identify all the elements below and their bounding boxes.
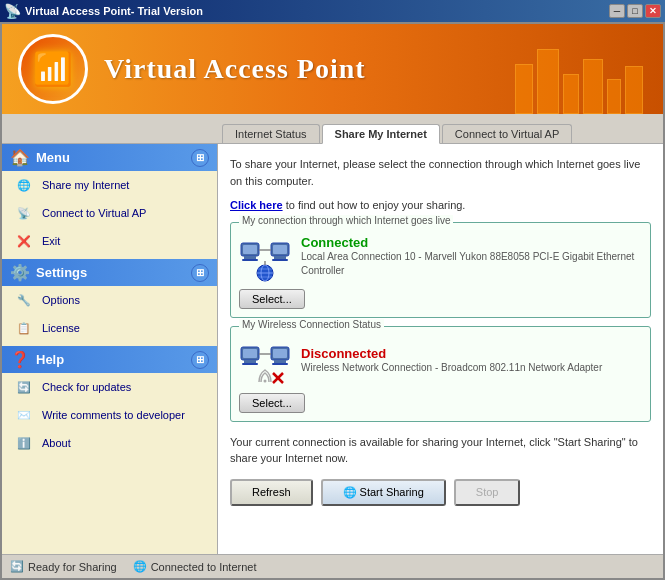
help-title: Help xyxy=(36,352,64,367)
connected-network-icon xyxy=(239,231,291,283)
svg-rect-2 xyxy=(242,259,258,261)
sidebar-settings-header[interactable]: ⚙️ Settings ⊞ xyxy=(2,259,217,286)
app-logo: 📶 xyxy=(18,34,88,104)
content-area: 🏠 Menu ⊞ 🌐 Share my Internet 📡 Connect t… xyxy=(2,144,663,554)
connect-virtual-ap-label: Connect to Virtual AP xyxy=(42,207,146,219)
tab-internet-status[interactable]: Internet Status xyxy=(222,124,320,143)
minimize-button[interactable]: ─ xyxy=(609,4,625,18)
title-buttons: ─ □ ✕ xyxy=(609,4,661,18)
share-internet-icon: 🌐 xyxy=(14,175,34,195)
maximize-button[interactable]: □ xyxy=(627,4,643,18)
my-connection-row: Connected Local Area Connection 10 - Mar… xyxy=(239,231,642,283)
wifi-logo-icon: 📶 xyxy=(33,50,73,88)
action-button-row: Refresh 🌐 Start Sharing Stop xyxy=(230,479,651,506)
app-icon: 📡 xyxy=(4,3,21,19)
wireless-connection-box: My Wireless Connection Status xyxy=(230,326,651,422)
status-connected-internet: 🌐 Connected to Internet xyxy=(133,560,257,573)
click-here-link[interactable]: Click here xyxy=(230,199,283,211)
svg-rect-22 xyxy=(273,349,287,358)
sidebar-item-write-comments[interactable]: ✉️ Write comments to developer xyxy=(2,401,217,429)
start-sharing-icon: 🌐 xyxy=(343,486,357,498)
menu-title: Menu xyxy=(36,150,70,165)
title-bar: 📡 Virtual Access Point- Trial Version ─ … xyxy=(0,0,665,22)
svg-rect-6 xyxy=(272,259,288,261)
write-comments-label: Write comments to developer xyxy=(42,409,185,421)
sidebar-help-section: ❓ Help ⊞ 🔄 Check for updates ✉️ Write co… xyxy=(2,346,217,457)
sidebar-item-exit[interactable]: ❌ Exit xyxy=(2,227,217,255)
svg-rect-20 xyxy=(274,360,286,363)
tab-connect-virtual-ap[interactable]: Connect to Virtual AP xyxy=(442,124,572,143)
disconnected-status: Disconnected xyxy=(301,346,642,361)
disconnected-desc: Wireless Network Connection - Broadcom 8… xyxy=(301,361,642,375)
refresh-button[interactable]: Refresh xyxy=(230,479,313,506)
connect-virtual-ap-icon: 📡 xyxy=(14,203,34,223)
close-button[interactable]: ✕ xyxy=(645,4,661,18)
svg-point-24 xyxy=(264,379,267,382)
about-icon: ℹ️ xyxy=(14,433,34,453)
app-title: Virtual Access Point xyxy=(104,53,366,85)
svg-rect-7 xyxy=(273,245,287,254)
share-internet-label: Share my Internet xyxy=(42,179,129,191)
my-connection-legend: My connection through which Internet goe… xyxy=(239,215,453,226)
ready-label: Ready for Sharing xyxy=(28,561,117,573)
sidebar: 🏠 Menu ⊞ 🌐 Share my Internet 📡 Connect t… xyxy=(2,144,218,554)
write-comments-icon: ✉️ xyxy=(14,405,34,425)
my-connection-box: My connection through which Internet goe… xyxy=(230,222,651,318)
share-info-text: To share your Internet, please select th… xyxy=(230,156,651,189)
sidebar-item-options[interactable]: 🔧 Options xyxy=(2,286,217,314)
disconnected-network-icon xyxy=(239,335,291,387)
check-updates-label: Check for updates xyxy=(42,381,131,393)
bottom-text: Your current connection is available for… xyxy=(230,434,651,467)
sidebar-item-check-updates[interactable]: 🔄 Check for updates xyxy=(2,373,217,401)
settings-collapse-btn[interactable]: ⊞ xyxy=(191,264,209,282)
start-sharing-button[interactable]: 🌐 Start Sharing xyxy=(321,479,446,506)
app-header: 📶 Virtual Access Point xyxy=(2,24,663,114)
tab-share-my-internet[interactable]: Share My Internet xyxy=(322,124,440,144)
main-window: 📶 Virtual Access Point Internet Status S… xyxy=(0,22,665,580)
wireless-connection-legend: My Wireless Connection Status xyxy=(239,319,384,330)
exit-label: Exit xyxy=(42,235,60,247)
sidebar-menu-header[interactable]: 🏠 Menu ⊞ xyxy=(2,144,217,171)
sidebar-item-about[interactable]: ℹ️ About xyxy=(2,429,217,457)
window-title: Virtual Access Point- Trial Version xyxy=(25,5,203,17)
help-collapse-btn[interactable]: ⊞ xyxy=(191,351,209,369)
main-content: To share your Internet, please select th… xyxy=(218,144,663,554)
wireless-connection-row: Disconnected Wireless Network Connection… xyxy=(239,335,642,387)
connected-status: Connected xyxy=(301,235,642,250)
menu-icon: 🏠 xyxy=(10,148,30,167)
svg-rect-21 xyxy=(272,363,288,365)
ready-icon: 🔄 xyxy=(10,560,24,573)
settings-section-icon: ⚙️ xyxy=(10,263,30,282)
svg-rect-1 xyxy=(244,256,256,259)
stop-button[interactable]: Stop xyxy=(454,479,521,506)
check-updates-icon: 🔄 xyxy=(14,377,34,397)
svg-rect-16 xyxy=(244,360,256,363)
about-label: About xyxy=(42,437,71,449)
connected-desc: Local Area Connection 10 - Marvell Yukon… xyxy=(301,250,642,278)
svg-rect-5 xyxy=(274,256,286,259)
sidebar-menu-section: 🏠 Menu ⊞ 🌐 Share my Internet 📡 Connect t… xyxy=(2,144,217,255)
options-icon: 🔧 xyxy=(14,290,34,310)
options-label: Options xyxy=(42,294,80,306)
click-here-desc: to find out how to enjoy your sharing. xyxy=(283,199,466,211)
svg-rect-18 xyxy=(243,349,257,358)
sidebar-help-header[interactable]: ❓ Help ⊞ xyxy=(2,346,217,373)
tab-bar: Internet Status Share My Internet Connec… xyxy=(2,114,663,144)
connected-internet-label: Connected to Internet xyxy=(151,561,257,573)
help-section-icon: ❓ xyxy=(10,350,30,369)
sidebar-item-license[interactable]: 📋 License xyxy=(2,314,217,342)
wireless-select-button[interactable]: Select... xyxy=(239,393,305,413)
license-icon: 📋 xyxy=(14,318,34,338)
sidebar-settings-section: ⚙️ Settings ⊞ 🔧 Options 📋 License xyxy=(2,259,217,342)
svg-rect-3 xyxy=(243,245,257,254)
sidebar-item-share-internet[interactable]: 🌐 Share my Internet xyxy=(2,171,217,199)
sidebar-item-connect-virtual-ap[interactable]: 📡 Connect to Virtual AP xyxy=(2,199,217,227)
status-bar: 🔄 Ready for Sharing 🌐 Connected to Inter… xyxy=(2,554,663,578)
my-connection-select-button[interactable]: Select... xyxy=(239,289,305,309)
settings-title: Settings xyxy=(36,265,87,280)
header-decoration xyxy=(515,24,643,114)
menu-collapse-btn[interactable]: ⊞ xyxy=(191,149,209,167)
exit-icon: ❌ xyxy=(14,231,34,251)
title-bar-left: 📡 Virtual Access Point- Trial Version xyxy=(4,3,203,19)
status-ready: 🔄 Ready for Sharing xyxy=(10,560,117,573)
